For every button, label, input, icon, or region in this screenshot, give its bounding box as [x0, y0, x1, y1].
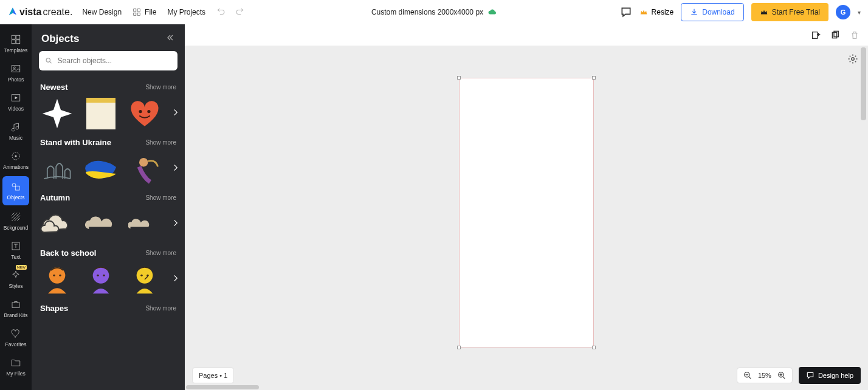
grid-icon	[133, 8, 141, 16]
canvas-page[interactable]	[459, 78, 594, 347]
ukraine-next-button[interactable]	[171, 163, 180, 174]
rail-styles-label: Styles	[9, 283, 22, 289]
chat-help-icon	[806, 371, 815, 380]
sparkle-icon	[10, 270, 21, 281]
rail-videos[interactable]: Videos	[0, 87, 32, 117]
header-menu: New Design File My Projects	[82, 8, 244, 16]
objects-panel: Objects Newest Show more	[32, 24, 185, 390]
templates-icon	[10, 34, 21, 45]
horizontal-scrollbar[interactable]	[185, 385, 868, 390]
resize-button[interactable]: Resize	[639, 8, 674, 16]
category-newest-showmore[interactable]: Show more	[145, 84, 176, 91]
object-sticky-note[interactable]	[83, 95, 119, 132]
start-trial-button[interactable]: Start Free Trial	[751, 3, 828, 21]
object-kid-yellow[interactable]	[126, 261, 163, 298]
object-cloud3[interactable]	[126, 206, 163, 242]
selection-handle-tr[interactable]	[592, 76, 596, 80]
user-menu-caret[interactable]: ▾	[858, 9, 861, 16]
rail-text[interactable]: Text	[0, 236, 32, 265]
rail-templates[interactable]: Templates	[0, 29, 32, 58]
object-cossack[interactable]	[126, 151, 163, 187]
object-ukraine-map[interactable]	[83, 151, 119, 187]
rail-objects[interactable]: Objects	[2, 176, 29, 205]
svg-point-33	[852, 58, 855, 61]
top-header: vistacreate. New Design File My Projects…	[0, 0, 868, 24]
menu-new-design[interactable]: New Design	[82, 8, 122, 16]
kid-yellow-icon	[129, 262, 160, 296]
svg-rect-5	[16, 35, 20, 39]
cloud-flat-icon	[84, 215, 117, 233]
h-scrollbar-handle[interactable]	[186, 385, 259, 389]
zoom-in-button[interactable]	[777, 371, 786, 380]
search-input[interactable]	[58, 56, 171, 65]
document-title[interactable]: Custom dimensions 2000x4000 px	[371, 8, 483, 16]
comments-button[interactable]	[620, 6, 632, 18]
svg-point-9	[13, 67, 15, 69]
rail-myfiles-label: My Files	[6, 371, 26, 377]
object-heart-face[interactable]	[126, 95, 163, 132]
search-wrap	[32, 51, 185, 77]
zoom-control: 15%	[737, 368, 793, 383]
category-autumn-row	[39, 206, 177, 242]
rail-music[interactable]: Music	[0, 117, 32, 146]
add-page-icon[interactable]	[811, 30, 821, 40]
zoom-value[interactable]: 15%	[758, 372, 771, 379]
gear-icon	[847, 53, 858, 64]
panel-title: Objects	[41, 33, 79, 45]
object-cloud1[interactable]	[39, 206, 75, 242]
object-star[interactable]	[39, 95, 75, 132]
svg-point-17	[46, 58, 50, 62]
design-help-button[interactable]: Design help	[799, 367, 861, 384]
svg-rect-7	[16, 40, 20, 44]
duplicate-page-icon[interactable]	[830, 30, 840, 40]
school-next-button[interactable]	[171, 274, 180, 285]
rail-my-files[interactable]: My Files	[0, 352, 32, 381]
delete-page-icon[interactable]	[850, 30, 859, 40]
newest-next-button[interactable]	[171, 108, 180, 119]
object-kid-purple[interactable]	[83, 261, 119, 298]
vertical-scrollbar[interactable]	[861, 46, 867, 390]
svg-rect-14	[15, 186, 19, 190]
selection-handle-bl[interactable]	[457, 346, 461, 349]
canvas-settings-button[interactable]	[847, 53, 858, 64]
header-center: Custom dimensions 2000x4000 px	[371, 8, 497, 16]
object-monument[interactable]	[39, 151, 75, 187]
selection-handle-br[interactable]	[592, 346, 596, 349]
panel-scroll[interactable]: Newest Show more Stand with Ukraine Show…	[32, 77, 185, 390]
background-icon	[10, 211, 21, 222]
panel-collapse-button[interactable]	[165, 33, 175, 45]
body: Templates Photos Videos Music Animations…	[0, 24, 868, 390]
brand-logo[interactable]: vistacreate.	[7, 7, 72, 18]
rail-photos[interactable]: Photos	[0, 58, 32, 87]
category-school-showmore[interactable]: Show more	[145, 250, 176, 256]
rail-brand-kits[interactable]: Brand Kits	[0, 294, 32, 323]
new-badge: NEW	[16, 265, 27, 270]
pages-button[interactable]: Pages • 1	[192, 368, 234, 383]
menu-my-projects[interactable]: My Projects	[167, 8, 205, 16]
rail-styles[interactable]: NEW Styles	[0, 265, 32, 294]
brand-text-suffix: create.	[43, 7, 72, 18]
download-button[interactable]: Download	[681, 3, 743, 21]
rail-background[interactable]: Bckground	[0, 207, 32, 236]
canvas-bottom-bar: Pages • 1 15% Design help	[185, 366, 868, 390]
object-cloud2[interactable]	[83, 206, 119, 242]
svg-point-26	[103, 275, 105, 276]
undo-button[interactable]	[216, 8, 225, 16]
category-autumn-head: Autumn Show more	[39, 187, 177, 206]
category-autumn-showmore[interactable]: Show more	[145, 194, 176, 201]
selection-handle-tl[interactable]	[457, 76, 461, 80]
rail-favorites[interactable]: Favorites	[0, 323, 32, 352]
scrollbar-handle[interactable]	[861, 47, 866, 120]
rail-animations[interactable]: Animations	[0, 146, 32, 175]
redo-button[interactable]	[236, 8, 244, 16]
search-field[interactable]	[39, 51, 177, 70]
canvas-main[interactable]: Pages • 1 15% Design help	[185, 46, 868, 390]
category-ukraine-showmore[interactable]: Show more	[145, 139, 176, 146]
menu-file[interactable]: File	[133, 8, 156, 16]
redo-icon	[236, 8, 244, 16]
object-kid-orange[interactable]	[39, 261, 75, 298]
category-shapes-showmore[interactable]: Show more	[145, 305, 176, 312]
autumn-next-button[interactable]	[171, 219, 180, 230]
user-avatar[interactable]: G	[836, 5, 850, 19]
zoom-out-button[interactable]	[743, 371, 752, 380]
